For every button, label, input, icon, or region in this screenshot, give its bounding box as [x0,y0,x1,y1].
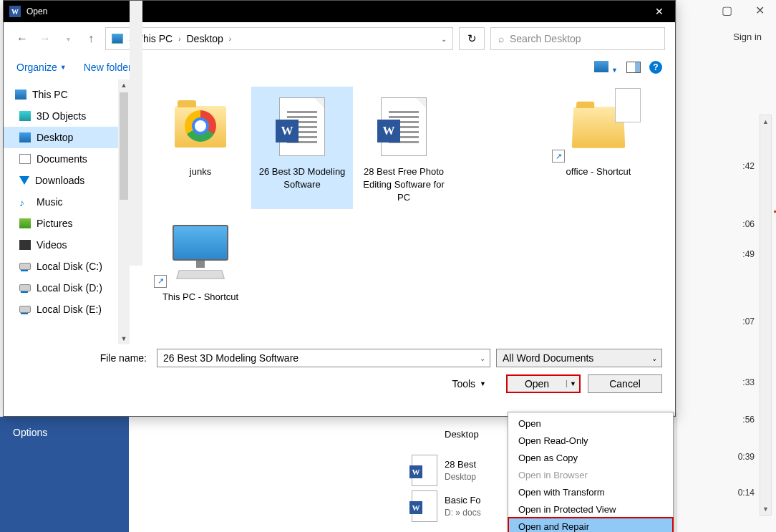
scroll-up-icon[interactable]: ▲ [118,79,130,91]
open-dropdown-menu: Open Open Read-Only Open as Copy Open in… [508,412,674,532]
download-icon [19,176,29,185]
dialog-footer: File name: 26 Best 3D Modeling Software⌄… [4,344,675,393]
folder-icon [175,106,226,147]
scroll-down-icon[interactable]: ▼ [118,333,130,344]
maximize-button[interactable]: ▢ [710,0,743,20]
tree-node-local-disk-d[interactable]: Local Disk (D:) [4,277,130,299]
time-text: :42 [742,161,755,171]
tree-node-this-pc[interactable]: This PC [4,84,130,105]
file-item-folder-shortcut[interactable]: ↗ office - Shortcut [548,87,649,209]
tree-scrollbar[interactable]: ▲ ▼ [118,79,130,344]
cancel-button[interactable]: Cancel [588,374,662,393]
keyboard-icon [176,270,225,279]
desktop-icon [19,132,31,142]
address-dropdown-icon[interactable]: ⌄ [441,35,447,43]
document-icon [19,154,31,164]
document-icon [615,88,641,122]
new-folder-button[interactable]: New folder [84,62,132,73]
menu-item-open-in-browser: Open in Browser [508,466,673,483]
tree-node-local-disk-e[interactable]: Local Disk (E:) [4,299,130,320]
monitor-icon [173,225,228,261]
tree-node-documents[interactable]: Documents [4,148,130,170]
open-file-dialog: W Open ✕ ← → ▾ ↑ › This PC › Desktop › ⌄… [3,0,676,417]
forward-button[interactable]: → [37,30,54,47]
file-name-label: File name: [16,352,151,364]
file-item-word-doc[interactable]: W 28 Best Free Photo Editing Software fo… [353,87,455,209]
menu-item-open-and-repair[interactable]: Open and Repair [508,518,673,532]
chevron-right-icon[interactable]: › [229,35,231,43]
dialog-title: Open [26,6,47,16]
recent-item-path: Desktop [445,471,476,483]
sign-in-link[interactable]: Sign in [733,32,762,42]
splitter[interactable] [130,1,142,266]
recent-item-title: Basic Fo [445,494,481,507]
pc-icon [112,34,123,44]
tree-node-local-disk-c[interactable]: Local Disk (C:) [4,256,130,277]
scroll-thumb[interactable] [120,92,128,200]
chevron-right-icon[interactable]: › [178,35,180,43]
menu-item-open-as-copy[interactable]: Open as Copy [508,449,673,466]
search-input[interactable]: ⌕ Search Desktop [490,27,665,50]
refresh-button[interactable]: ↻ [459,27,485,50]
up-button[interactable]: ↑ [82,30,100,47]
time-text: :56 [742,415,755,425]
recent-item-title: 28 Best [445,458,476,471]
time-text: 0:14 [738,488,755,498]
address-bar[interactable]: › This PC › Desktop › ⌄ [105,27,453,50]
word-doc-icon [412,455,437,486]
document-scrollbar[interactable]: ▲ ▼ [760,115,772,516]
shortcut-arrow-icon: ↗ [154,275,167,288]
music-icon: ♪ [19,197,31,207]
file-label: 28 Best Free Photo Editing Software for … [357,165,450,205]
tree-node-music[interactable]: ♪Music [4,191,130,213]
menu-item-open-with-transform[interactable]: Open with Transform [508,483,673,500]
file-label: This PC - Shortcut [154,291,247,304]
scroll-down-icon[interactable]: ▼ [760,503,771,515]
toolbar: Organize▼ New folder ▼ ? [4,55,675,79]
menu-item-open-read-only[interactable]: Open Read-Only [508,432,673,449]
chevron-down-icon[interactable]: ⌄ [480,354,485,362]
close-icon[interactable]: ✕ [643,1,675,22]
close-button[interactable]: ✕ [743,0,776,20]
tree-node-videos[interactable]: Videos [4,234,130,256]
menu-item-open[interactable]: Open [508,415,673,432]
open-button[interactable]: Open ▼ [506,374,581,393]
menu-item-open-in-protected-view[interactable]: Open in Protected View [508,500,673,518]
disk-icon [19,263,31,270]
preview-pane-button[interactable] [626,62,641,73]
word-backstage-sidebar: Options [0,417,129,532]
file-item-folder[interactable]: junks [150,87,251,209]
help-icon[interactable]: ? [649,61,662,74]
word-document-icon: W [279,97,325,156]
dialog-titlebar: W Open ✕ [4,1,675,22]
recent-item-path: D: » docs [445,507,481,518]
tree-node-downloads[interactable]: Downloads [4,170,130,191]
recent-locations-dropdown[interactable]: ▾ [59,30,77,47]
file-type-filter[interactable]: All Word Documents⌄ [496,349,662,367]
word-document-icon: W [381,97,427,156]
tree-node-3d-objects[interactable]: 3D Objects [4,105,130,127]
file-name-input[interactable]: 26 Best 3D Modeling Software⌄ [157,349,490,367]
tree-node-pictures[interactable]: Pictures [4,213,130,234]
back-button[interactable]: ← [14,30,31,47]
breadcrumb[interactable]: Desktop [186,33,223,44]
time-text: :06 [742,219,755,229]
view-mode-button[interactable]: ▼ [594,61,618,74]
open-button-label[interactable]: Open [508,378,566,390]
scroll-up-icon[interactable]: ▲ [760,115,771,127]
tools-menu[interactable]: Tools▼ [452,378,486,390]
time-text: 0:39 [738,452,755,462]
organize-menu[interactable]: Organize▼ [16,62,67,73]
videos-icon [19,240,31,250]
navigation-row: ← → ▾ ↑ › This PC › Desktop › ⌄ ↻ ⌕ Sear… [4,22,675,55]
file-item-word-doc[interactable]: W 26 Best 3D Modeling Software [251,87,353,209]
file-label: junks [154,165,247,178]
open-split-dropdown[interactable]: ▼ [566,380,579,387]
sidebar-item-options[interactable]: Options [0,417,129,448]
recent-item-title: Desktop [445,428,479,441]
tree-node-desktop[interactable]: Desktop [4,127,130,148]
file-item-pc-shortcut[interactable]: ↗ This PC - Shortcut [150,212,251,308]
file-list-area[interactable]: junks W 26 Best 3D Modeling Software W 2… [130,79,675,344]
navigation-tree: This PC 3D Objects Desktop Documents Dow… [4,79,130,344]
chevron-down-icon[interactable]: ⌄ [651,354,657,362]
